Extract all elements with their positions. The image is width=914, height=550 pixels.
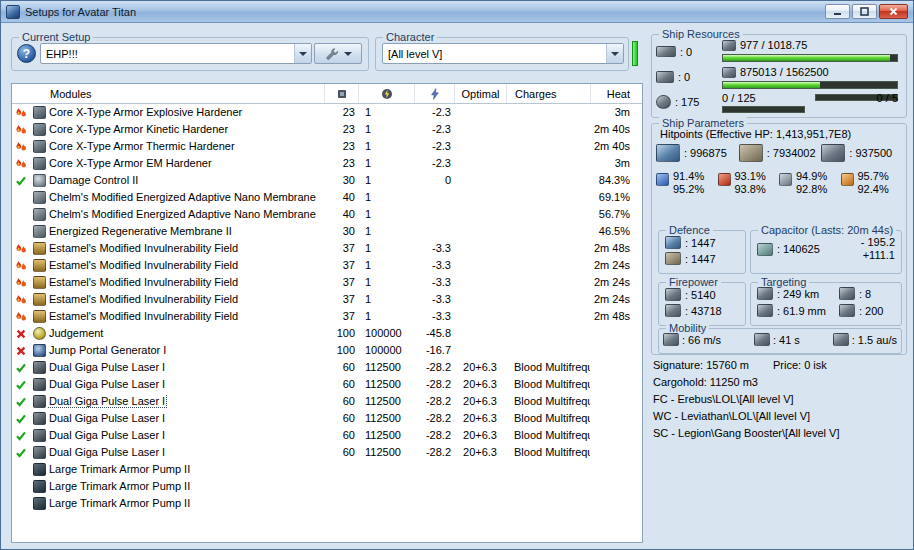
hardpoint-slot-icon [656,46,676,57]
ship-parameters-group: Ship Parameters Hitpoints (Effective HP:… [651,123,907,355]
module-powergrid-value: 112500 [358,361,414,374]
module-cpu-value: 100 [324,327,358,340]
module-name: Chelm's Modified Energized Adaptive Nano… [48,208,324,221]
column-header-modules: Modules [48,84,324,103]
table-row[interactable]: Energized Regenerative Membrane II 30 1 … [12,223,642,240]
module-cap-usage-value: -2.3 [414,123,454,136]
module-powergrid-value: 112500 [358,429,414,442]
firepower-group: Firepower : 5140 : 43718 [658,282,746,326]
module-type-icon [30,361,48,374]
module-cpu-value: 23 [324,106,358,119]
module-name: Core X-Type Armor Thermic Hardener [48,140,324,153]
module-type-icon [30,327,48,340]
close-button[interactable] [879,4,908,19]
module-cap-usage-value: -16.7 [414,344,454,357]
armor-resist-value: 92.4% [858,183,889,196]
setup-tools-button[interactable] [314,43,362,64]
hardpoint-slot-value: : 175 [675,96,699,108]
table-row[interactable]: Dual Giga Pulse Laser I 60 112500 -28.2 … [12,359,642,376]
align-time-icon [754,333,770,346]
module-cpu-value: 60 [324,361,358,374]
module-type-icon [30,446,48,459]
shield-hp-icon [656,144,680,162]
armor-defence-icon [665,252,681,265]
module-charges-value: Blood Multifrequ... [506,429,590,442]
table-row[interactable]: Estamel's Modified Invulnerability Field… [12,240,642,257]
capacitor-icon [757,243,773,256]
table-row[interactable]: Jump Portal Generator I 100 100000 -16.7 [12,342,642,359]
module-cap-usage-value: 0 [414,174,454,187]
module-type-icon [30,208,48,221]
table-row[interactable]: Large Trimark Armor Pump II [12,478,642,495]
module-name: Damage Control II [48,174,324,187]
module-status-icon [12,447,30,459]
warp-speed-value: : 1.5 au/s [852,334,897,346]
minimize-button[interactable] [825,4,850,19]
max-velocity-icon [663,333,679,346]
table-row[interactable]: Damage Control II 30 1 0 84.3% [12,172,642,189]
table-row[interactable]: Dual Giga Pulse Laser I 60 112500 -28.2 … [12,393,642,410]
module-cpu-value: 60 [324,429,358,442]
module-status-icon [12,141,30,153]
module-cap-usage-value: -3.3 [414,259,454,272]
targeting-group: Targeting : 249 km : 8 : 61.9 mm : 200 [750,282,902,326]
table-row[interactable]: Core X-Type Armor Thermic Hardener 23 1 … [12,138,642,155]
module-status-icon [12,345,30,357]
character-select[interactable]: [All level V] [382,43,624,64]
table-row[interactable]: Chelm's Modified Energized Adaptive Nano… [12,189,642,206]
max-targets-icon [839,287,855,300]
table-row[interactable]: Chelm's Modified Energized Adaptive Nano… [12,206,642,223]
targeting-range-icon [757,287,773,300]
table-row[interactable]: Core X-Type Armor EM Hardener 23 1 -2.3 … [12,155,642,172]
resist-cell: 95.7% 92.4% [841,170,903,196]
module-cap-usage-value: -2.3 [414,140,454,153]
table-row[interactable]: Estamel's Modified Invulnerability Field… [12,257,642,274]
module-type-icon [30,463,48,476]
column-header-cpu [324,84,358,103]
module-name: Dual Giga Pulse Laser I [48,429,324,442]
table-row[interactable]: Estamel's Modified Invulnerability Field… [12,274,642,291]
fitted-check-icon [15,430,27,442]
table-row[interactable]: Estamel's Modified Invulnerability Field… [12,291,642,308]
table-row[interactable]: Estamel's Modified Invulnerability Field… [12,308,642,325]
table-row[interactable]: Judgement 100 100000 -45.8 [12,325,642,342]
table-row[interactable]: Large Trimark Armor Pump II [12,495,642,512]
module-type-icon [30,293,48,306]
module-heat-value: 2m 24s [590,293,638,306]
shield-resist-value: 95.7% [858,170,889,183]
table-row[interactable]: Dual Giga Pulse Laser I 60 112500 -28.2 … [12,410,642,427]
table-row[interactable]: Dual Giga Pulse Laser I 60 112500 -28.2 … [12,376,642,393]
character-select-dropdown-button[interactable] [606,44,623,63]
table-row[interactable]: Dual Giga Pulse Laser I 60 112500 -28.2 … [12,444,642,461]
fitted-check-icon [15,396,27,408]
module-type-icon [30,395,48,408]
armor-resist-value: 95.2% [673,183,704,196]
module-powergrid-value: 112500 [358,446,414,459]
module-status-icon [12,158,30,170]
maximize-icon [860,7,869,16]
table-row[interactable]: Core X-Type Armor Explosive Hardener 23 … [12,104,642,121]
warp-speed-icon [833,333,849,346]
hardpoint-slot-row: : 175 [656,89,720,114]
table-row[interactable]: Core X-Type Armor Kinetic Hardener 23 1 … [12,121,642,138]
cargohold-text: Cargohold: 11250 m3 [653,376,758,388]
setup-select-dropdown-button[interactable] [294,44,311,63]
armor-hp-icon [739,144,763,162]
module-powergrid-value: 1 [358,157,414,170]
setup-select[interactable]: EHP!!! [40,43,312,64]
shield-resist-value: 93.1% [735,170,766,183]
targeting-range-value: : 249 km [777,288,819,300]
module-type-icon [30,429,48,442]
module-status-icon [12,311,30,323]
maximize-button[interactable] [852,4,877,19]
module-status-icon [12,260,30,272]
capacitor-recharge-value: +111.1 [863,249,895,262]
help-button[interactable]: ? [17,44,36,63]
module-cap-usage-value: -2.3 [414,106,454,119]
resist-type-icon [841,173,854,186]
table-row[interactable]: Dual Giga Pulse Laser I 60 112500 -28.2 … [12,427,642,444]
table-row[interactable]: Large Trimark Armor Pump II [12,461,642,478]
module-cap-usage-value: -3.3 [414,242,454,255]
defence-group: Defence : 1447 : 1447 [658,230,746,274]
module-cpu-value: 60 [324,378,358,391]
